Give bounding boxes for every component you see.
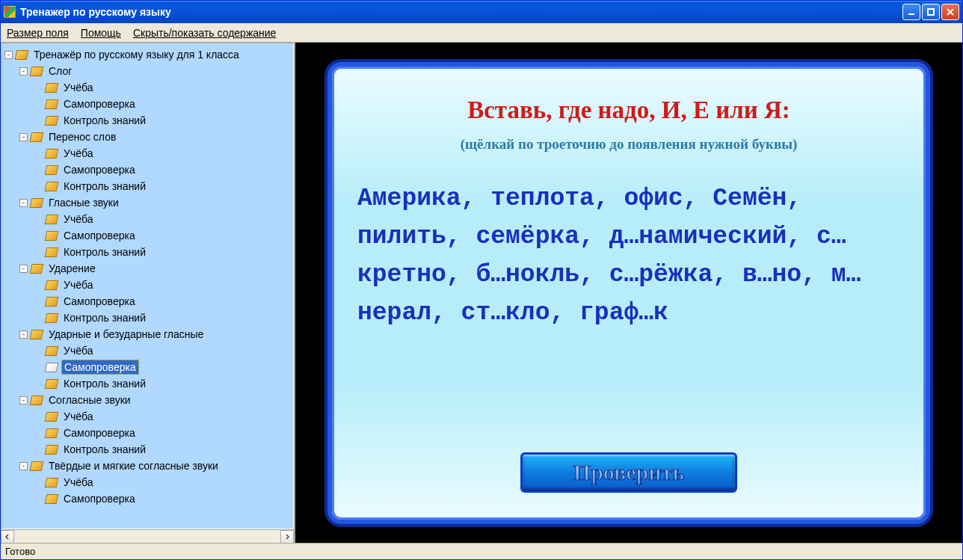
tree-sub-node[interactable]: Самопроверка bbox=[33, 227, 292, 244]
tree-sub-node[interactable]: Контроль знаний bbox=[33, 112, 292, 129]
tree-root-node[interactable]: -Тренажёр по русскому языку для 1 класса bbox=[3, 46, 292, 63]
tree-node-label[interactable]: Перенос слов bbox=[46, 130, 118, 144]
tree-node-label[interactable]: Учёба bbox=[61, 147, 95, 160]
menu-field-size[interactable]: Размер поля bbox=[7, 27, 69, 39]
tree-node-label[interactable]: Слог bbox=[46, 64, 74, 78]
tree-sub-node[interactable]: Учёба bbox=[33, 342, 292, 359]
book-icon bbox=[46, 494, 58, 504]
tree-node-label[interactable]: Самопроверка bbox=[61, 229, 138, 242]
tree-sub-node[interactable]: Контроль знаний bbox=[33, 244, 292, 260]
tree-sub-node[interactable]: Контроль знаний bbox=[33, 178, 292, 194]
tree-node-label[interactable]: Контроль знаний bbox=[61, 443, 148, 456]
tree-topic-node[interactable]: -Слог bbox=[18, 63, 292, 79]
card-subtitle: (щёлкай по троеточию до появления нужной… bbox=[353, 136, 905, 153]
minimize-button[interactable] bbox=[902, 4, 920, 20]
book-icon bbox=[46, 247, 58, 257]
tree-topic-node[interactable]: -Ударение bbox=[18, 260, 292, 277]
tree-node-label[interactable]: Контроль знаний bbox=[61, 245, 148, 259]
tree-node-label[interactable]: Твёрдые и мягкие согласные звуки bbox=[46, 459, 221, 473]
tree-sub-node[interactable]: Самопроверка bbox=[33, 96, 292, 112]
tree-node-label[interactable]: Согласные звуки bbox=[46, 393, 133, 407]
tree-node-label[interactable]: Учёба bbox=[61, 212, 95, 226]
tree-sub-node[interactable]: Учёба bbox=[33, 277, 292, 293]
menu-toggle-contents[interactable]: Скрыть/показать содержание bbox=[133, 27, 276, 39]
tree-topic-node[interactable]: -Гласные звуки bbox=[18, 194, 292, 211]
tree-view[interactable]: -Тренажёр по русскому языку для 1 класса… bbox=[1, 43, 294, 529]
close-button[interactable] bbox=[941, 4, 959, 20]
tree-node-label[interactable]: Учёба bbox=[61, 81, 95, 94]
card-title: Вставь, где надо, И, Е или Я: bbox=[353, 96, 905, 124]
tree-node-label[interactable]: Учёба bbox=[61, 344, 95, 357]
tree-node-label[interactable]: Учёба bbox=[61, 410, 95, 423]
check-button[interactable]: Проверить bbox=[520, 452, 737, 493]
tree-node-label[interactable]: Самопроверка bbox=[61, 97, 138, 111]
tree-sub-node[interactable]: Контроль знаний bbox=[33, 375, 292, 392]
book-icon bbox=[46, 379, 58, 389]
tree-toggle[interactable]: - bbox=[19, 199, 28, 207]
status-text: Готово bbox=[5, 546, 35, 557]
scroll-track[interactable] bbox=[14, 530, 280, 543]
tree-node-label[interactable]: Контроль знаний bbox=[61, 114, 148, 127]
tree-node-label[interactable]: Ударные и безударные гласные bbox=[46, 327, 206, 341]
tree-node-label[interactable]: Контроль знаний bbox=[61, 377, 148, 390]
tree-node-label[interactable]: Учёба bbox=[61, 278, 95, 292]
tree-sub-node[interactable]: Учёба bbox=[33, 408, 292, 425]
scroll-right-button[interactable] bbox=[280, 530, 294, 544]
book-icon bbox=[46, 313, 58, 323]
tree-sub-node[interactable]: Самопроверка bbox=[33, 359, 292, 375]
minimize-icon bbox=[907, 7, 916, 16]
maximize-icon bbox=[926, 7, 935, 16]
book-open-icon bbox=[46, 363, 58, 372]
book-icon bbox=[46, 346, 58, 356]
exercise-text[interactable]: Америка, теплота, офис, Семён, пилить, с… bbox=[353, 179, 905, 452]
tree-sub-node[interactable]: Самопроверка bbox=[33, 490, 292, 507]
book-icon bbox=[46, 231, 58, 241]
window-controls bbox=[902, 4, 959, 20]
tree-toggle[interactable]: - bbox=[19, 133, 28, 141]
tree-topic-node[interactable]: -Ударные и безударные гласные bbox=[18, 326, 292, 342]
tree-toggle[interactable]: - bbox=[19, 396, 28, 404]
tree-sub-node[interactable]: Учёба bbox=[33, 145, 292, 161]
tree-node-label[interactable]: Самопроверка bbox=[61, 360, 139, 375]
tree-toggle[interactable]: - bbox=[19, 330, 28, 339]
statusbar: Готово bbox=[1, 543, 962, 559]
tree-topic-node[interactable]: -Согласные звуки bbox=[18, 392, 292, 408]
tree-node-label[interactable]: Самопроверка bbox=[61, 492, 138, 505]
book-icon bbox=[46, 297, 58, 307]
exercise-card: Вставь, где надо, И, Е или Я: (щёлкай по… bbox=[327, 62, 930, 524]
tree-node-label[interactable]: Самопроверка bbox=[61, 426, 138, 440]
tree-sub-node[interactable]: Контроль знаний bbox=[33, 441, 292, 458]
tree-node-label[interactable]: Контроль знаний bbox=[61, 179, 148, 193]
tree-toggle[interactable]: - bbox=[19, 265, 28, 273]
tree-sub-node[interactable]: Самопроверка bbox=[33, 425, 292, 441]
book-icon bbox=[46, 116, 58, 126]
tree-node-label[interactable]: Самопроверка bbox=[61, 295, 138, 308]
tree-toggle[interactable]: - bbox=[19, 462, 28, 470]
tree-node-label[interactable]: Ударение bbox=[46, 262, 98, 275]
content-panel: Вставь, где надо, И, Е или Я: (щёлкай по… bbox=[295, 43, 962, 543]
tree-sub-node[interactable]: Учёба bbox=[33, 474, 292, 490]
tree-topic-node[interactable]: -Перенос слов bbox=[18, 129, 292, 145]
scroll-left-button[interactable] bbox=[1, 530, 14, 544]
tree-node-label[interactable]: Гласные звуки bbox=[46, 196, 121, 209]
tree-node-label[interactable]: Тренажёр по русскому языку для 1 класса bbox=[31, 48, 241, 61]
tree-sub-node[interactable]: Самопроверка bbox=[33, 161, 292, 178]
tree-toggle[interactable]: - bbox=[19, 67, 28, 76]
tree-node-label[interactable]: Учёба bbox=[61, 476, 95, 489]
tree-sub-node[interactable]: Самопроверка bbox=[33, 293, 292, 310]
tree-toggle[interactable]: - bbox=[4, 51, 13, 59]
tree-sub-node[interactable]: Контроль знаний bbox=[33, 310, 292, 326]
tree-sub-node[interactable]: Учёба bbox=[33, 211, 292, 227]
book-icon bbox=[46, 149, 58, 159]
tree-node-label[interactable]: Контроль знаний bbox=[61, 311, 148, 324]
tree-panel: -Тренажёр по русскому языку для 1 класса… bbox=[1, 43, 295, 543]
tree-topic-node[interactable]: -Твёрдые и мягкие согласные звуки bbox=[18, 458, 292, 474]
maximize-button[interactable] bbox=[922, 4, 940, 20]
tree-node-label[interactable]: Самопроверка bbox=[61, 163, 138, 176]
menu-help[interactable]: Помощь bbox=[81, 27, 121, 39]
tree-sub-node[interactable]: Учёба bbox=[33, 79, 292, 96]
book-icon bbox=[31, 67, 43, 76]
book-icon bbox=[31, 264, 43, 274]
horizontal-scrollbar[interactable] bbox=[1, 529, 294, 543]
book-icon bbox=[31, 396, 43, 405]
